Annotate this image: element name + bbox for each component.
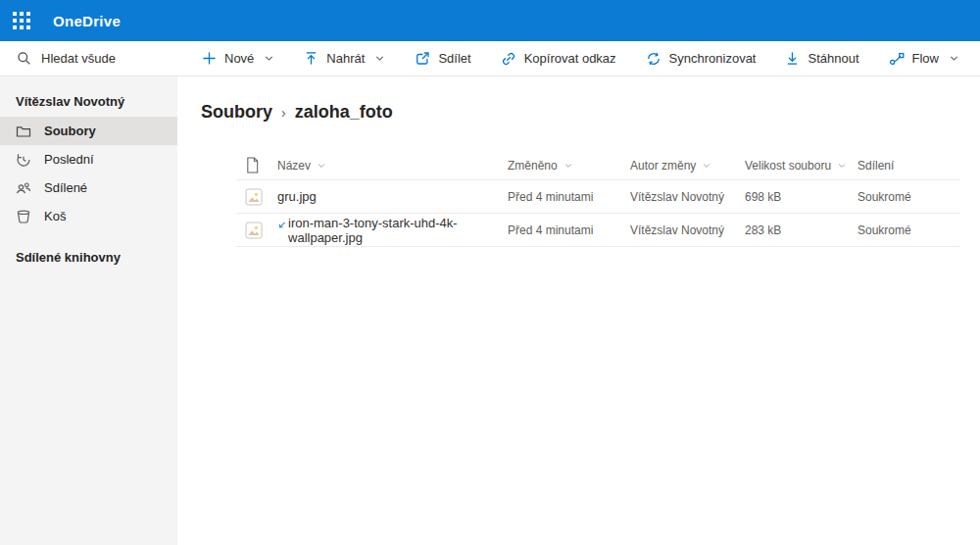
share-icon bbox=[415, 51, 430, 67]
flow-icon bbox=[889, 51, 905, 67]
sidebar-libraries-header: Sdílené knihovny bbox=[0, 230, 177, 272]
column-header-label: Sdílení bbox=[858, 159, 894, 173]
column-header-modified[interactable]: Změněno bbox=[508, 159, 630, 173]
chevron-down-icon bbox=[374, 53, 385, 64]
command-row: Nové Nahrát Sdílet Kopírovat odkaz Synch… bbox=[0, 41, 980, 76]
link-icon bbox=[501, 51, 516, 67]
breadcrumb-separator-icon: › bbox=[281, 105, 286, 121]
sidebar-item-recent[interactable]: Poslední bbox=[0, 145, 177, 173]
sidebar-item-recycle-bin[interactable]: Koš bbox=[0, 202, 177, 230]
file-modified: Před 4 minutami bbox=[508, 223, 630, 237]
chevron-down-icon bbox=[949, 53, 959, 64]
plus-icon bbox=[202, 51, 217, 66]
table-row[interactable]: iron-man-3-tony-stark-uhd-4k-wallpaper.j… bbox=[236, 214, 960, 247]
sync-status-icon bbox=[277, 221, 286, 230]
sort-chevron-icon bbox=[837, 161, 847, 171]
chevron-down-icon bbox=[264, 53, 274, 64]
file-sharing-status: Soukromé bbox=[858, 190, 960, 204]
breadcrumb-root[interactable]: Soubory bbox=[201, 102, 272, 123]
waffle-icon bbox=[13, 12, 30, 29]
sidebar-item-label: Koš bbox=[44, 209, 66, 223]
folder-icon bbox=[16, 124, 31, 139]
column-header-size[interactable]: Velikost souboru bbox=[745, 159, 858, 173]
flow-button-label: Flow bbox=[912, 51, 939, 66]
image-file-icon bbox=[245, 188, 263, 206]
app-launcher-button[interactable] bbox=[0, 0, 43, 41]
search-input[interactable] bbox=[41, 51, 159, 66]
table-row[interactable]: gru.jpg Před 4 minutami Vítězslav Novotn… bbox=[236, 180, 960, 214]
sort-chevron-icon bbox=[702, 161, 711, 171]
column-header-label: Velikost souboru bbox=[745, 159, 831, 173]
sync-icon bbox=[646, 51, 662, 67]
sidebar: Vítězslav Novotný Soubory Poslední Sdíle… bbox=[0, 76, 177, 545]
download-button-label: Stáhnout bbox=[808, 51, 858, 66]
sidebar-owner-header: Vítězslav Novotný bbox=[0, 84, 177, 117]
sort-chevron-icon bbox=[317, 161, 326, 171]
file-modified: Před 4 minutami bbox=[508, 190, 630, 204]
file-size: 698 kB bbox=[745, 190, 858, 204]
download-button[interactable]: Stáhnout bbox=[785, 51, 858, 66]
sidebar-item-shared[interactable]: Sdílené bbox=[0, 173, 177, 202]
file-list: Název Změněno Autor změny Velikost soubo… bbox=[236, 151, 960, 247]
file-author: Vítězslav Novotný bbox=[630, 190, 745, 204]
file-author: Vítězslav Novotný bbox=[630, 223, 745, 237]
new-button-label: Nové bbox=[224, 51, 254, 66]
new-button[interactable]: Nové bbox=[202, 51, 274, 66]
column-header-sharing[interactable]: Sdílení bbox=[858, 159, 960, 173]
image-file-icon bbox=[245, 222, 263, 239]
content-area: Soubory › zaloha_foto Název Změněno A bbox=[177, 76, 980, 545]
toolbar: Nové Nahrát Sdílet Kopírovat odkaz Synch… bbox=[177, 41, 980, 75]
sidebar-item-label: Poslední bbox=[44, 152, 94, 167]
copy-link-button-label: Kopírovat odkaz bbox=[524, 51, 616, 66]
file-name-link[interactable]: iron-man-3-tony-stark-uhd-4k-wallpaper.j… bbox=[288, 216, 508, 245]
search-icon bbox=[17, 51, 31, 66]
search-box[interactable] bbox=[0, 41, 177, 75]
copy-link-button[interactable]: Kopírovat odkaz bbox=[501, 51, 616, 67]
share-button-label: Sdílet bbox=[438, 51, 470, 66]
app-top-bar: OneDrive bbox=[0, 0, 980, 41]
column-header-label: Název bbox=[277, 159, 311, 173]
sync-button[interactable]: Synchronizovat bbox=[646, 51, 757, 67]
sort-chevron-icon bbox=[564, 161, 573, 171]
column-header-name[interactable]: Název bbox=[277, 159, 508, 173]
file-size: 283 kB bbox=[745, 223, 858, 237]
sidebar-item-files[interactable]: Soubory bbox=[0, 117, 177, 145]
file-sharing-status: Soukromé bbox=[858, 223, 960, 237]
upload-button[interactable]: Nahrát bbox=[304, 51, 385, 66]
clock-icon bbox=[16, 152, 31, 168]
upload-icon bbox=[304, 51, 318, 66]
sidebar-item-label: Soubory bbox=[44, 124, 96, 138]
column-header-label: Změněno bbox=[508, 159, 558, 173]
breadcrumb: Soubory › zaloha_foto bbox=[201, 102, 980, 123]
people-icon bbox=[16, 180, 31, 196]
breadcrumb-current-folder: zaloha_foto bbox=[295, 102, 393, 123]
share-button[interactable]: Sdílet bbox=[415, 51, 470, 67]
app-title[interactable]: OneDrive bbox=[53, 13, 121, 29]
column-header-author[interactable]: Autor změny bbox=[630, 159, 745, 173]
sync-button-label: Synchronizovat bbox=[669, 51, 757, 66]
flow-button[interactable]: Flow bbox=[889, 51, 959, 67]
upload-button-label: Nahrát bbox=[326, 51, 365, 66]
document-type-icon bbox=[245, 157, 260, 173]
download-icon bbox=[785, 51, 800, 66]
file-list-header: Název Změněno Autor změny Velikost soubo… bbox=[236, 151, 960, 180]
sidebar-item-label: Sdílené bbox=[44, 180, 87, 195]
trash-icon bbox=[16, 209, 31, 224]
column-header-label: Autor změny bbox=[630, 159, 696, 173]
file-name-link[interactable]: gru.jpg bbox=[277, 189, 317, 204]
